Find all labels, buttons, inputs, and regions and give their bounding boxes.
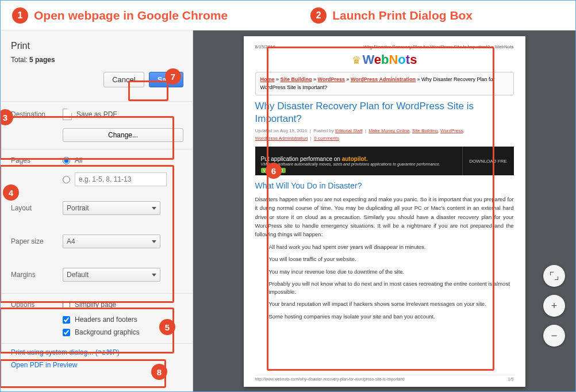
vmturbo-badge: VMTURBO [261,168,286,173]
section-heading: What Will You Do in Disaster? [255,181,514,190]
simplify-label: Simplify page [75,301,116,309]
footer-page: 1/5 [508,377,514,381]
page-header-title: Why Disaster Recovery Plan for WordPress… [363,44,513,49]
paragraph: Disasters happen when you are not expect… [255,195,514,239]
papersize-label: Paper size [11,237,63,245]
fullscreen-icon [550,272,558,280]
instruction-2-text: Launch Print Dialog Box [332,9,473,22]
fullscreen-button[interactable] [543,265,565,287]
bullet-2: You will loose traffic of your website. [269,255,514,263]
meta-sb[interactable]: Site Building [412,128,437,133]
crumb-sb[interactable]: Site Building [281,76,312,82]
save-button[interactable]: Save [149,72,183,87]
badge-2: 2 [310,7,327,24]
destination-row: Destination Save as PDF [11,104,183,125]
instruction-bar: 1 Open webpage in Google Chrome 2 Launch… [1,1,575,30]
chevron-down-icon [152,207,156,210]
background-row: Background graphics [63,326,183,339]
article-meta: Updated on Aug 15, 2016 | Posted by Edit… [255,128,514,133]
margins-value: Default [67,271,89,279]
preview-page: 8/15/2016 Why Disaster Recovery Plan for… [244,36,525,387]
pages-label: Pages [11,156,63,164]
print-sidebar: Print Total: 5 pages Cancel Save Destina… [1,30,193,392]
chevron-down-icon [152,274,156,276]
instruction-1: 1 Open webpage in Google Chrome [12,7,228,24]
crumb-home[interactable]: Home [260,76,275,82]
pages-all-label: All [75,156,82,164]
ad-banner: Put application performance on autopilot… [255,147,514,175]
article-title: Why Disaster Recovery Plan for WordPress… [255,100,514,125]
instruction-2: 2 Launch Print Dialog Box [310,7,473,24]
zoom-out-button[interactable]: − [543,325,565,347]
change-button[interactable]: Change... [63,128,183,142]
meta-comments[interactable]: 0 comments [314,136,339,141]
simplify-checkbox[interactable] [63,301,70,309]
print-preview-area: 8/15/2016 Why Disaster Recovery Plan for… [193,30,575,392]
margins-label: Margins [11,271,63,279]
layout-row: Layout Portrait [11,197,183,220]
bullet-6: Some hosting companies may isolate your … [269,313,514,321]
badge-1: 1 [12,7,28,24]
preview-controls: + − [543,265,565,347]
meta-author[interactable]: Editorial Staff [335,128,362,133]
total-prefix: Total: [11,56,29,64]
bullet-3: You may incur revenue lose due to downti… [269,268,514,276]
total-value: 5 pages [29,56,55,64]
papersize-select[interactable]: A4 [63,235,160,248]
headers-checkbox[interactable] [63,316,70,324]
destination-value: Save as PDF [76,110,117,118]
layout-label: Layout [11,204,63,212]
layout-value: Portrait [67,204,89,212]
cancel-button[interactable]: Cancel [103,72,144,87]
destination-label: Destination [11,110,63,118]
options-row: Options Simplify page [11,296,183,313]
footer-url: http://www.webnots.com/why-disaster-reco… [255,377,405,381]
logo: ♛ WebNots [255,52,514,67]
pages-all-radio[interactable] [63,157,70,164]
headers-label: Headers and footers [75,316,137,324]
background-checkbox[interactable] [63,329,70,336]
print-title: Print [11,41,183,51]
meta-wp[interactable]: WordPress [440,128,463,133]
margins-select[interactable]: Default [63,268,160,282]
breadcrumb: Home » Site Building » WordPress » WordP… [255,72,514,95]
pages-custom-row [63,172,183,186]
open-preview-link[interactable]: Open PDF in Preview [11,359,183,371]
pages-custom-radio[interactable] [63,176,70,183]
crumb-wpa[interactable]: WordPress Administration [351,76,416,82]
bullet-list: All hard work you had spent over years w… [269,243,514,325]
bullet-4: Probably you will not know what to do ne… [269,280,514,297]
chevron-down-icon [152,240,156,243]
papersize-row: Paper size A4 [11,230,183,253]
pages-row: Pages All [11,152,183,169]
bullet-5: Your brand reputation will impact if hac… [269,300,514,308]
download-button[interactable]: DOWNLOAD FRE [462,147,514,175]
bullet-1: All hard work you had spent over years w… [269,243,514,251]
meta-mmo[interactable]: Make Money Online [368,128,409,133]
layout-select[interactable]: Portrait [63,201,160,215]
crown-icon: ♛ [352,55,361,66]
pages-custom-input[interactable] [75,172,167,186]
options-label: Options [11,301,63,309]
instruction-1-text: Open webpage in Google Chrome [34,9,228,22]
crumb-wp[interactable]: WordPress [318,76,345,82]
total-pages: Total: 5 pages [11,56,183,64]
margins-row: Margins Default [11,263,183,286]
headers-row: Headers and footers [63,313,183,326]
page-date: 8/15/2016 [255,44,276,49]
system-dialog-link[interactable]: Print using system dialog... (⌥⌘P) [11,346,183,359]
button-row: Cancel Save [11,72,183,87]
pdf-icon [63,109,72,120]
meta-wpa[interactable]: WordPress Administration [255,136,308,141]
papersize-value: A4 [67,237,75,245]
background-label: Background graphics [75,328,140,336]
zoom-in-button[interactable]: + [543,295,565,317]
